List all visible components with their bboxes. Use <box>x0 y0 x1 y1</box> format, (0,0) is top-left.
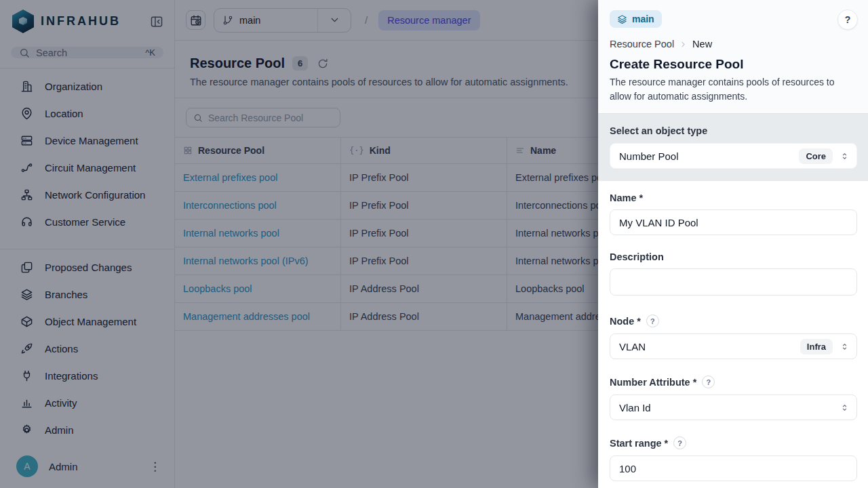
create-resource-pool-drawer: main ? Resource Pool New Create Resource… <box>598 0 868 488</box>
branch-badge: main <box>610 10 662 28</box>
field-number-attribute: Number Attribute * ? Vlan Id <box>610 375 857 420</box>
layers-icon <box>617 14 627 24</box>
start-range-input[interactable] <box>610 455 857 481</box>
chevrons-up-down-icon <box>840 151 850 161</box>
breadcrumb-parent[interactable]: Resource Pool <box>610 39 674 49</box>
field-name: Name * <box>610 192 857 235</box>
branch-badge-label: main <box>632 14 654 24</box>
start-range-help-icon[interactable]: ? <box>673 436 686 449</box>
chevrons-up-down-icon <box>840 403 850 413</box>
object-type-badge: Core <box>799 148 833 164</box>
object-type-section: Select an object type Number Pool Core <box>598 113 868 181</box>
start-range-label: Start range * <box>610 438 668 449</box>
object-type-value: Number Pool <box>619 150 792 162</box>
drawer-title: Create Resource Pool <box>610 57 857 72</box>
chevron-right-icon <box>679 40 688 49</box>
name-input[interactable] <box>610 209 857 235</box>
drawer-form: Name * Description Node * ? VLAN Infra <box>598 181 868 488</box>
drawer-header: main ? Resource Pool New Create Resource… <box>598 0 868 113</box>
drawer-description: The resource manager contains pools of r… <box>610 75 851 103</box>
node-label: Node * <box>610 316 641 327</box>
node-select[interactable]: VLAN Infra <box>610 333 857 359</box>
help-button[interactable]: ? <box>837 9 858 30</box>
breadcrumb-current: New <box>692 39 712 49</box>
field-description: Description <box>610 251 857 298</box>
number-attribute-label: Number Attribute * <box>610 377 696 388</box>
number-attribute-value: Vlan Id <box>619 402 833 413</box>
number-attribute-help-icon[interactable]: ? <box>702 375 715 388</box>
field-start-range: Start range * ? <box>610 436 857 481</box>
object-type-label: Select an object type <box>610 125 707 136</box>
field-node: Node * ? VLAN Infra <box>610 314 857 359</box>
description-label: Description <box>610 251 664 262</box>
object-type-select[interactable]: Number Pool Core <box>610 143 857 169</box>
node-help-icon[interactable]: ? <box>646 314 659 327</box>
node-value: VLAN <box>619 341 793 352</box>
drawer-breadcrumb: Resource Pool New <box>610 39 857 49</box>
description-input[interactable] <box>610 268 857 296</box>
node-badge: Infra <box>800 339 833 354</box>
number-attribute-select[interactable]: Vlan Id <box>610 394 857 420</box>
name-label: Name * <box>610 192 643 203</box>
app-root: INFRAHUB Search ^K Organization <box>0 0 868 488</box>
chevrons-up-down-icon <box>840 342 850 352</box>
